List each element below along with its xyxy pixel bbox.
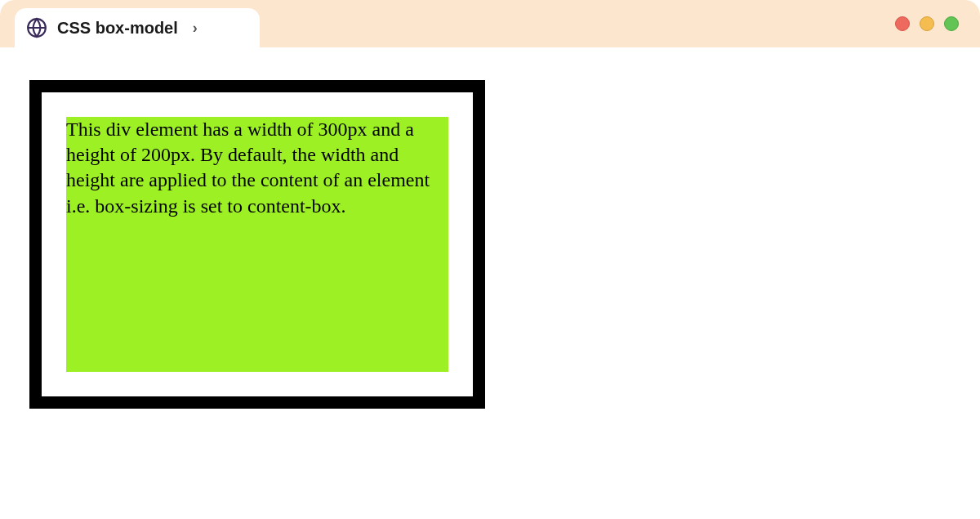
box-model-demo: This div element has a width of 300px an… bbox=[66, 117, 448, 372]
tab-title: CSS box-model bbox=[57, 19, 178, 38]
page-content: This div element has a width of 300px an… bbox=[0, 47, 980, 441]
chevron-right-icon: › bbox=[193, 20, 198, 37]
globe-icon bbox=[26, 17, 47, 38]
maximize-window-button[interactable] bbox=[944, 16, 959, 31]
browser-tab[interactable]: CSS box-model › bbox=[15, 8, 260, 47]
minimize-window-button[interactable] bbox=[920, 16, 934, 31]
box-model-demo-wrapper: This div element has a width of 300px an… bbox=[29, 80, 485, 409]
window-controls bbox=[895, 16, 959, 31]
tab-bar: CSS box-model › bbox=[0, 0, 980, 47]
close-window-button[interactable] bbox=[895, 16, 910, 31]
